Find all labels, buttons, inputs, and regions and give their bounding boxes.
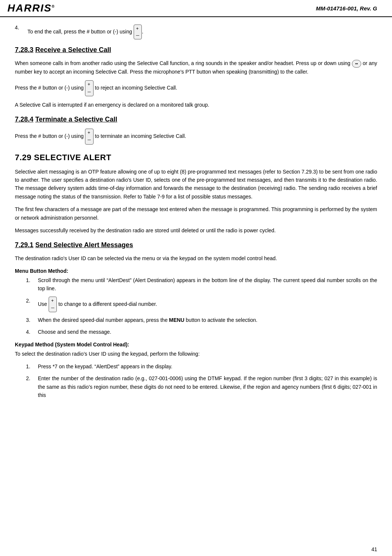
section-729-para3: Messages successfully received by the de… <box>15 226 377 235</box>
hash-button-icon-2: +─ <box>85 80 94 96</box>
harris-logo-container: HARRIS® <box>7 2 55 14</box>
keypad-method-heading: Keypad Method (System Model Control Head… <box>15 342 377 348</box>
keypad-step-2: 2. Enter the number of the destination r… <box>26 374 377 399</box>
menu-step-4: 4. Choose and send the message. <box>26 328 377 336</box>
section-7283-para3: A Selective Call is interrupted if an em… <box>15 101 377 109</box>
menu-steps-list: 1. Scroll through the menu until “AlertD… <box>26 276 377 336</box>
page-number: 41 <box>371 546 377 552</box>
keypad-steps-block: 1. Press *7 on the keypad. “AlertDest” a… <box>15 362 377 400</box>
section-7291-para1: The destination radio's User ID can be s… <box>15 254 377 262</box>
menu-step-1: 1. Scroll through the menu until “AlertD… <box>26 276 377 293</box>
menu-method-heading: Menu Button Method: <box>15 268 377 274</box>
hash-button-icon-4: +─ <box>49 297 57 312</box>
section-729-heading: 7.29 SELECTIVE ALERT <box>15 153 377 162</box>
page-header: HARRIS® MM-014716-001, Rev. G <box>0 0 392 17</box>
menu-bold-label: MENU <box>169 317 184 323</box>
section-7283-heading: 7.28.3 Receive a Selective Call <box>15 46 377 54</box>
section-7283-para1: When someone calls in from another radio… <box>15 59 377 76</box>
logo-text: HARRIS <box>7 2 52 14</box>
section-7283-para2: Press the # button or (-) using +─ to re… <box>15 80 377 96</box>
page-footer: 41 <box>371 546 377 552</box>
menu-step-3: 3. When the desired speed-dial number ap… <box>26 316 377 324</box>
up-down-button-icon: •• <box>352 60 361 68</box>
menu-step-2: 2. Use +─ to change to a different speed… <box>26 297 377 312</box>
section-729-para1: Selective alert messaging is an OTP feat… <box>15 168 377 201</box>
hash-button-icon-3: +─ <box>85 129 94 144</box>
logo-sup: ® <box>52 4 55 9</box>
step-4-text: To end the call, press the # button or (… <box>27 25 143 39</box>
step-4-num: 4. <box>15 25 24 39</box>
section-729-para2: The first few characters of a message ar… <box>15 205 377 222</box>
hash-button-icon: +─ <box>134 25 142 39</box>
menu-steps-block: 1. Scroll through the menu until “AlertD… <box>15 276 377 336</box>
section-7284-para1: Press the # button or (-) using +─ to te… <box>15 129 377 144</box>
keypad-step-1: 1. Press *7 on the keypad. “AlertDest” a… <box>26 362 377 371</box>
section-7291-heading: 7.29.1 Send Selective Alert Messages <box>15 241 377 249</box>
keypad-steps-list: 1. Press *7 on the keypad. “AlertDest” a… <box>26 362 377 400</box>
doc-number: MM-014716-001, Rev. G <box>316 5 377 12</box>
keypad-intro: To select the destination radio’s User I… <box>15 350 377 358</box>
page-content: 4. To end the call, press the # button o… <box>0 17 392 419</box>
harris-logo: HARRIS® <box>7 2 55 14</box>
step-4: 4. To end the call, press the # button o… <box>15 25 377 39</box>
section-7284-heading: 7.28.4 Terminate a Selective Call <box>15 116 377 123</box>
